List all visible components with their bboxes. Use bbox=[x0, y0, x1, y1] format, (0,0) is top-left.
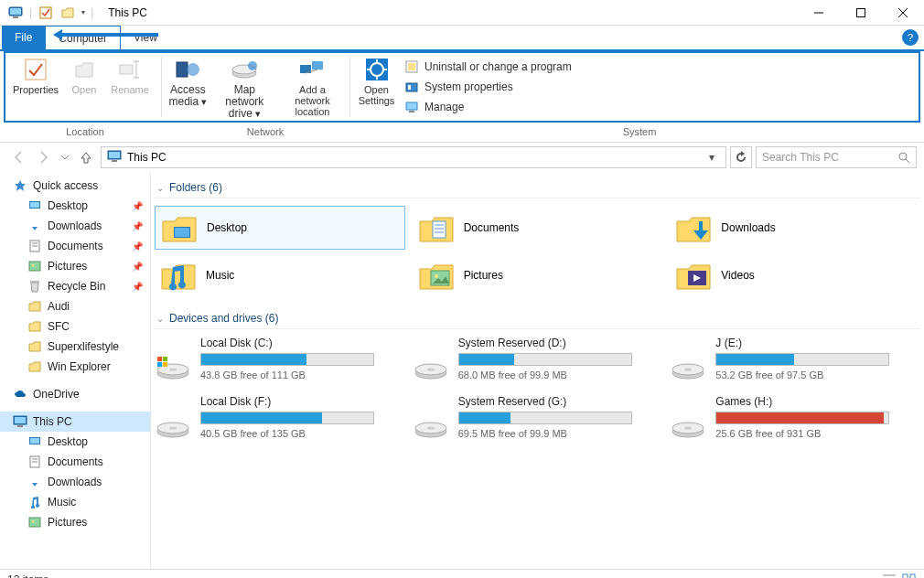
superxlifestyle-icon bbox=[27, 339, 42, 354]
folder-videos[interactable]: Videos bbox=[670, 253, 920, 297]
window-buttons bbox=[798, 0, 924, 26]
nav-quick-superxlifestyle[interactable]: Superxlifestyle bbox=[0, 337, 150, 357]
rename-icon bbox=[116, 57, 144, 82]
svg-rect-45 bbox=[30, 281, 39, 283]
tab-view[interactable]: View bbox=[121, 26, 170, 49]
uninstall-button[interactable]: Uninstall or change a program bbox=[404, 57, 572, 77]
nav-quick-audi[interactable]: Audi bbox=[0, 296, 150, 316]
uninstall-icon bbox=[404, 59, 419, 74]
minimize-button[interactable] bbox=[798, 0, 840, 26]
qat-dropdown-icon[interactable]: ▾ bbox=[81, 8, 85, 16]
open-settings-button[interactable]: Open Settings bbox=[356, 55, 397, 121]
ribbon-tabs: File Computer View ? bbox=[0, 26, 924, 51]
group-label-location: Location bbox=[4, 126, 167, 142]
documents-icon bbox=[27, 455, 42, 469]
nav-pc-documents[interactable]: Documents bbox=[0, 452, 150, 472]
search-input[interactable] bbox=[762, 151, 892, 164]
win explorer-icon bbox=[27, 359, 42, 374]
nav-quick-access[interactable]: Quick access bbox=[0, 176, 150, 196]
nav-pc-downloads[interactable]: Downloads bbox=[0, 472, 150, 492]
drives-header[interactable]: ⌄ Devices and drives (6) bbox=[155, 308, 920, 329]
svg-rect-48 bbox=[17, 425, 23, 427]
drive-system-reserved-d-[interactable]: System Reserved (D:) 68.0 MB free of 99.… bbox=[413, 337, 663, 386]
up-button[interactable] bbox=[75, 146, 97, 168]
close-button[interactable] bbox=[882, 0, 924, 26]
access-media-button[interactable]: Access media ▾ bbox=[167, 55, 209, 108]
nav-quick-documents[interactable]: Documents📌 bbox=[0, 236, 150, 256]
music-folder-icon bbox=[160, 257, 197, 294]
address-dropdown-icon[interactable]: ▾ bbox=[704, 151, 720, 164]
folder-documents[interactable]: Documents bbox=[413, 206, 663, 250]
videos-folder-icon bbox=[675, 257, 712, 294]
nav-pc-music[interactable]: Music bbox=[0, 492, 150, 512]
folders-header[interactable]: ⌄ Folders (6) bbox=[155, 177, 920, 198]
tab-file[interactable]: File bbox=[2, 26, 45, 49]
tab-computer[interactable]: Computer bbox=[45, 26, 121, 49]
svg-rect-35 bbox=[112, 160, 117, 162]
svg-rect-68 bbox=[157, 357, 162, 361]
properties-qat-icon[interactable] bbox=[38, 5, 54, 21]
nav-quick-desktop[interactable]: Desktop📌 bbox=[0, 196, 150, 216]
nav-thispc[interactable]: This PC bbox=[0, 412, 150, 432]
music-icon bbox=[27, 495, 42, 509]
nav-quick-sfc[interactable]: SFC bbox=[0, 316, 150, 337]
svg-point-44 bbox=[32, 264, 35, 267]
refresh-button[interactable] bbox=[730, 146, 752, 168]
nav-quick-recycle-bin[interactable]: Recycle Bin📌 bbox=[0, 276, 150, 296]
quick-access-icon bbox=[13, 178, 27, 193]
drive-icon bbox=[670, 408, 706, 444]
address-icon bbox=[107, 150, 122, 165]
drive-j-e-[interactable]: J (E:) 53.2 GB free of 97.5 GB bbox=[670, 337, 920, 386]
folder-music[interactable]: Music bbox=[155, 253, 405, 297]
search-box[interactable] bbox=[756, 146, 917, 168]
thispc-icon[interactable] bbox=[7, 5, 24, 21]
nav-quick-win-explorer[interactable]: Win Explorer bbox=[0, 357, 150, 377]
svg-rect-69 bbox=[163, 357, 167, 361]
map-drive-button[interactable]: Map network drive ▾ bbox=[214, 55, 275, 121]
svg-rect-9 bbox=[120, 65, 133, 74]
manage-icon bbox=[404, 100, 419, 114]
svg-point-86 bbox=[684, 427, 692, 430]
desktop-icon bbox=[27, 434, 42, 449]
nav-quick-pictures[interactable]: Pictures📌 bbox=[0, 256, 150, 276]
folder-desktop[interactable]: Desktop bbox=[155, 206, 405, 250]
folder-pictures[interactable]: Pictures bbox=[413, 253, 663, 297]
folder-downloads[interactable]: Downloads bbox=[670, 206, 920, 250]
address-text: This PC bbox=[127, 151, 167, 164]
forward-button[interactable] bbox=[33, 146, 55, 168]
newfolder-qat-icon[interactable] bbox=[59, 5, 76, 21]
nav-pc-desktop[interactable]: Desktop bbox=[0, 432, 150, 452]
drive-system-reserved-g-[interactable]: System Reserved (G:) 69.5 MB free of 99.… bbox=[413, 395, 663, 444]
nav-row: This PC ▾ bbox=[0, 143, 924, 172]
back-button[interactable] bbox=[7, 146, 29, 168]
history-dropdown[interactable] bbox=[59, 146, 71, 168]
properties-icon bbox=[22, 57, 49, 82]
nav-quick-downloads[interactable]: Downloads📌 bbox=[0, 216, 150, 236]
group-label-system: System bbox=[355, 126, 924, 142]
details-view-button[interactable] bbox=[882, 573, 897, 579]
maximize-button[interactable] bbox=[840, 0, 882, 26]
system-properties-button[interactable]: System properties bbox=[404, 77, 572, 97]
documents-icon bbox=[27, 239, 42, 253]
drive-local-disk-f-[interactable]: Local Disk (F:) 40.5 GB free of 135 GB bbox=[155, 395, 405, 444]
svg-rect-8 bbox=[26, 59, 46, 80]
address-bar[interactable]: This PC ▾ bbox=[101, 146, 726, 168]
nav-onedrive[interactable]: OneDrive bbox=[0, 384, 150, 404]
add-network-button[interactable]: Add a network location bbox=[281, 55, 344, 117]
manage-button[interactable]: Manage bbox=[404, 97, 572, 117]
qat-separator-2: | bbox=[91, 6, 93, 19]
help-icon[interactable]: ? bbox=[902, 29, 919, 46]
properties-button[interactable]: Properties bbox=[11, 55, 60, 95]
settings-icon bbox=[363, 57, 391, 82]
search-icon[interactable] bbox=[897, 151, 910, 164]
drive-games-h-[interactable]: Games (H:) 25.6 GB free of 931 GB bbox=[670, 395, 920, 444]
tiles-view-button[interactable] bbox=[902, 573, 917, 579]
drive-local-disk-c-[interactable]: Local Disk (C:) 43.8 GB free of 111 GB bbox=[155, 337, 405, 386]
svg-rect-34 bbox=[109, 152, 120, 158]
ribbon-body: Properties Open Rename Access media ▾ Ma… bbox=[4, 51, 920, 123]
svg-rect-29 bbox=[406, 83, 417, 91]
nav-pc-pictures[interactable]: Pictures bbox=[0, 512, 150, 532]
svg-rect-71 bbox=[163, 362, 167, 367]
pictures-icon bbox=[27, 515, 42, 530]
svg-rect-91 bbox=[910, 574, 915, 579]
